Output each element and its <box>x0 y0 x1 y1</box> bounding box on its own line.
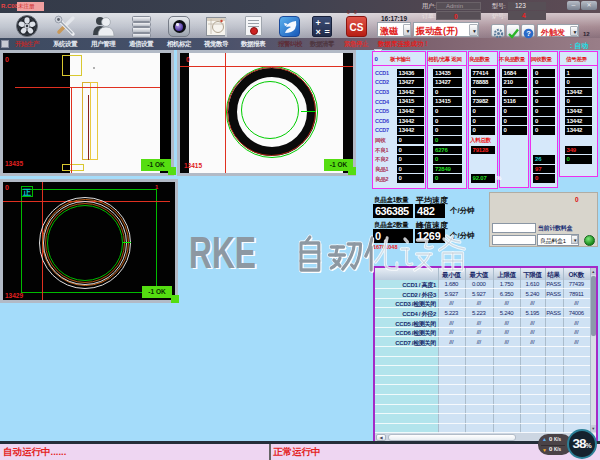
svg-text:?: ? <box>526 29 531 38</box>
svg-text:RKE: RKE <box>189 227 256 278</box>
